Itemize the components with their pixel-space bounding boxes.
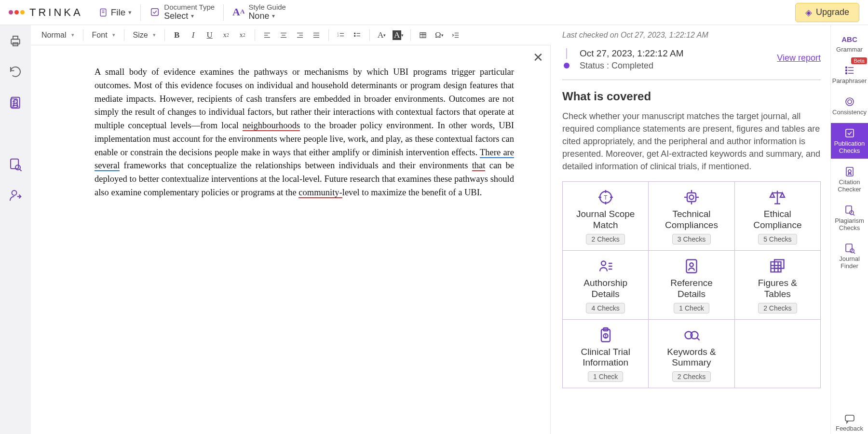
vtab-consistency[interactable]: Consistency <box>831 92 868 120</box>
check-count-badge: 1 Check <box>588 371 623 382</box>
svg-rect-88 <box>846 167 853 176</box>
editor-page[interactable]: ✕ A small body of evidence examines the … <box>31 45 551 434</box>
ordered-list-button[interactable]: 12 <box>334 28 348 42</box>
check-count-badge: 5 Checks <box>758 234 797 244</box>
vtab-journal-finder[interactable]: JournalFinder <box>831 238 868 274</box>
highlight-button[interactable]: A▾ <box>391 28 406 42</box>
indent-button[interactable] <box>448 28 463 42</box>
superscript-button[interactable]: x2 <box>235 28 250 42</box>
align-center-button[interactable] <box>276 28 291 42</box>
svg-rect-87 <box>846 129 854 137</box>
upgrade-button[interactable]: ◈ Upgrade <box>795 3 859 22</box>
check-card[interactable]: TJournal ScopeMatch2 Checks <box>563 182 649 251</box>
italic-button[interactable]: I <box>186 28 201 42</box>
vtab-paraphraser[interactable]: BetaParaphraser <box>831 60 868 89</box>
target-icon: T <box>596 189 615 206</box>
view-report-link[interactable]: View report <box>777 53 821 63</box>
vtab-label: JournalFinder <box>839 256 860 270</box>
vtab-citation-checker[interactable]: CitationChecker <box>831 162 868 197</box>
svg-point-75 <box>605 337 606 338</box>
document-body[interactable]: A small body of evidence examines the pa… <box>95 66 514 200</box>
scale-icon <box>768 189 787 206</box>
check-card[interactable]: Clinical TrialInformation1 Check <box>563 320 649 389</box>
check-timestamp: Oct 27, 2023, 1:22:12 AM <box>580 48 768 59</box>
vtab-plagiarism-checks[interactable]: PlagiarismChecks <box>831 200 868 236</box>
check-card[interactable]: EthicalCompliance5 Checks <box>735 182 821 251</box>
check-title: ReferenceDetails <box>670 278 713 300</box>
subscript-button[interactable]: x2 <box>219 28 233 42</box>
document-icon[interactable] <box>8 126 23 141</box>
svg-rect-96 <box>845 415 854 421</box>
style-guide-icon: AA <box>232 6 244 18</box>
list-icon <box>843 64 856 77</box>
svg-text:T: T <box>604 194 608 201</box>
style-guide-value: None <box>248 12 269 21</box>
clipinfo-icon <box>596 326 615 344</box>
check-count-badge: 2 Checks <box>672 371 711 382</box>
timeline-bullet-icon <box>562 48 571 68</box>
refresh-icon[interactable] <box>8 65 23 79</box>
vtab-label: Consistency <box>832 109 867 116</box>
left-rail <box>0 25 31 434</box>
svg-point-51 <box>689 195 693 200</box>
check-card[interactable]: TechnicalCompliances3 Checks <box>649 182 734 251</box>
align-justify-button[interactable] <box>309 28 324 42</box>
chip-icon <box>682 189 701 206</box>
publication-checks-panel: Last checked on Oct 27, 2023, 1:22:12 AM… <box>551 25 830 434</box>
upgrade-label: Upgrade <box>816 7 849 17</box>
check-card[interactable]: AuthorshipDetails4 Checks <box>563 251 649 320</box>
check-title: Keywords &Summary <box>667 347 716 369</box>
author-icon <box>596 258 615 275</box>
text-color-button[interactable]: A▾ <box>375 28 389 42</box>
chevron-down-icon: ▾ <box>272 13 275 19</box>
check-count-badge: 2 Checks <box>586 234 624 244</box>
checks-grid: TJournal ScopeMatch2 ChecksTechnicalComp… <box>562 181 821 388</box>
feedback-button[interactable]: Feedback <box>831 410 868 434</box>
vtab-label: Grammar <box>836 46 863 54</box>
panel-description: Check whether your manuscript matches th… <box>562 110 821 173</box>
file-label: File <box>111 7 126 18</box>
table-button[interactable] <box>416 28 430 42</box>
check-card[interactable]: ReferenceDetails1 Check <box>649 251 734 320</box>
file-menu[interactable]: File ▾ <box>98 7 132 18</box>
close-panel-button[interactable]: ✕ <box>533 50 543 65</box>
align-left-button[interactable] <box>260 28 274 42</box>
spelling-error[interactable]: that <box>472 161 486 171</box>
check-count-badge: 1 Check <box>674 303 709 313</box>
font-select[interactable]: Font▾ <box>88 30 119 41</box>
svg-point-89 <box>848 170 851 173</box>
gem-icon: ◈ <box>805 7 812 18</box>
svg-point-64 <box>690 263 693 267</box>
svg-point-79 <box>845 67 847 68</box>
align-right-button[interactable] <box>293 28 307 42</box>
vtab-grammar[interactable]: ABCGrammar <box>831 29 868 57</box>
spelling-error[interactable]: neighbourhoods <box>243 121 300 131</box>
spelling-error[interactable]: community- <box>298 188 342 198</box>
check-card[interactable]: Keywords &Summary2 Checks <box>649 320 734 389</box>
printer-icon[interactable] <box>8 34 23 48</box>
underline-button[interactable]: U <box>203 28 217 42</box>
doc-type-label: Document Type <box>164 3 215 12</box>
check-title: TechnicalCompliances <box>665 209 718 231</box>
check-status-row: Oct 27, 2023, 1:22:12 AM Status : Comple… <box>562 48 821 71</box>
svg-text:2: 2 <box>337 34 339 37</box>
share-user-icon[interactable] <box>8 188 23 203</box>
unordered-list-button[interactable] <box>350 28 365 42</box>
chevron-down-icon: ▾ <box>128 9 132 16</box>
size-select[interactable]: Size▾ <box>129 30 160 41</box>
paragraph-style-select[interactable]: Normal▾ <box>38 30 78 41</box>
cite-icon <box>843 165 856 178</box>
doc-type-value: Select <box>164 12 188 21</box>
search-doc-icon[interactable] <box>8 157 23 172</box>
special-char-button[interactable]: Ω▾ <box>432 28 447 42</box>
svg-rect-5 <box>13 36 18 39</box>
bold-button[interactable]: B <box>170 28 184 42</box>
check-card[interactable]: Figures &Tables2 Checks <box>735 251 821 320</box>
right-vertical-tabs: ABCGrammarBetaParaphraserConsistencyPubl… <box>830 25 868 434</box>
document-type-select[interactable]: Document Type Select▾ <box>149 3 215 21</box>
check-title: AuthorshipDetails <box>583 278 627 300</box>
style-guide-label: Style Guide <box>248 3 286 12</box>
topbar: TRINKA File ▾ Document Type Select▾ AA S… <box>0 0 868 25</box>
vtab-publication-checks[interactable]: PublicationChecks <box>831 123 868 159</box>
style-guide-select[interactable]: AA Style Guide None▾ <box>232 3 286 21</box>
